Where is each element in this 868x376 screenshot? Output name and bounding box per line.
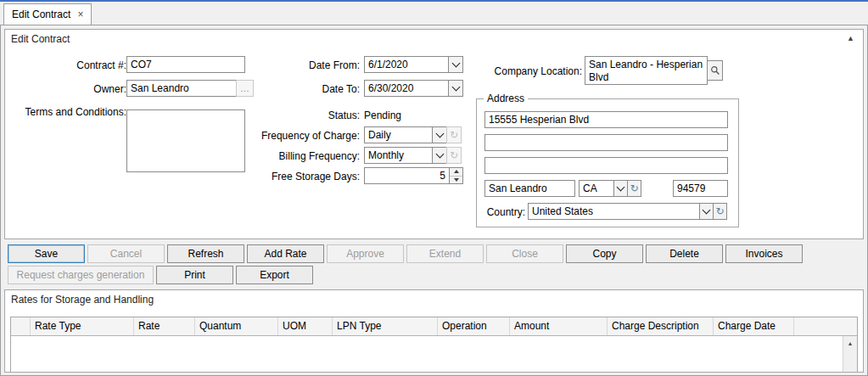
terms-textarea[interactable] [126,109,245,172]
chevron-down-icon [703,206,711,215]
address-group-title: Address [484,93,528,104]
address-line3-input[interactable] [484,157,728,174]
zip-input[interactable] [673,180,728,197]
column-header-charge-description[interactable]: Charge Description [608,317,714,335]
column-header-uom[interactable]: UOM [278,317,333,335]
print-button[interactable]: Print [156,266,233,284]
column-header-operation[interactable]: Operation [438,317,510,335]
owner-browse-button[interactable]: … [236,80,254,97]
address-line2-input[interactable] [484,134,728,151]
contract-number-label: Contract #: [14,59,126,71]
company-location-input[interactable]: San Leandro - Hesperian Blvd [585,56,708,85]
billing-dropdown-button[interactable] [432,147,447,164]
edit-contract-panel-header: Edit Contract [5,30,863,48]
magnifier-icon [710,65,720,76]
owner-label: Owner: [14,83,126,95]
refresh-icon: ↻ [450,130,458,140]
save-button[interactable]: Save [8,244,85,263]
terms-label: Terms and Conditions: [14,106,126,118]
date-to-dropdown-button[interactable] [448,80,463,97]
extend-button[interactable]: Extend [406,244,484,263]
country-dropdown-button[interactable] [699,203,714,220]
invoices-button[interactable]: Invoices [725,244,803,263]
status-label: Status: [272,109,360,121]
free-storage-days-label: Free Storage Days: [247,171,360,182]
refresh-icon: ↻ [450,150,458,160]
rates-grid-body: ▲ [11,336,857,372]
date-to-input[interactable] [364,80,449,97]
spinner-down-icon[interactable] [450,177,462,184]
tab-close-icon[interactable]: × [77,9,83,20]
row-indicator-header [11,317,31,335]
state-dropdown-button[interactable] [613,180,628,197]
tab-edit-contract[interactable]: Edit Contract × [3,3,92,25]
column-header-quantum[interactable]: Quantum [195,317,278,335]
approve-button[interactable]: Approve [327,244,404,263]
rates-panel-header: Rates for Storage and Handling [5,290,863,309]
refresh-button[interactable]: Refresh [167,244,244,263]
free-storage-days-spinner[interactable] [449,167,463,184]
country-refresh-button[interactable]: ↻ [713,203,727,220]
delete-button[interactable]: Delete [646,244,723,263]
address-line1-input[interactable] [484,111,728,128]
rates-grid: Rate Type Rate Quantum UOM LPN Type Oper… [10,317,858,373]
request-charges-generation-button[interactable]: Request charges generation [8,266,154,284]
column-header-amount[interactable]: Amount [510,317,608,335]
frequency-of-charge-select[interactable] [364,126,433,143]
tab-label: Edit Contract [12,8,70,20]
tab-page: Edit Contract ▲ Contract #: Date From: C… [0,25,868,376]
scroll-up-icon[interactable]: ▲ [843,336,857,350]
frequency-of-charge-label: Frequency of Charge: [247,130,360,142]
date-from-input[interactable] [364,56,449,73]
date-from-dropdown-button[interactable] [448,56,463,73]
country-select[interactable] [528,203,700,220]
chevron-down-icon [435,150,444,159]
copy-button[interactable]: Copy [566,244,643,263]
add-rate-button[interactable]: Add Rate [247,244,324,263]
column-header-rate[interactable]: Rate [134,317,195,335]
chevron-down-icon [451,59,460,68]
column-header-rate-type[interactable]: Rate Type [31,317,134,335]
column-header-filler [794,317,857,335]
refresh-icon: ↻ [715,206,724,216]
column-header-charge-date[interactable]: Charge Date [714,317,794,335]
ellipsis-icon: … [240,84,249,93]
column-header-lpn-type[interactable]: LPN Type [333,317,438,335]
state-select[interactable] [579,180,614,197]
date-to-label: Date To: [272,83,360,95]
rates-grid-header: Rate Type Rate Quantum UOM LPN Type Oper… [11,317,857,336]
address-group: Address ↻ Country: ↻ [476,98,739,227]
cancel-button[interactable]: Cancel [87,244,165,263]
country-label: Country: [481,206,525,218]
company-location-label: Company Location: [487,65,582,77]
frequency-refresh-button[interactable]: ↻ [446,126,462,143]
frequency-dropdown-button[interactable] [432,126,447,143]
date-from-label: Date From: [272,59,360,71]
status-value: Pending [364,109,449,121]
edit-contract-window: Edit Contract × Edit Contract ▲ Contract… [0,0,868,376]
close-button[interactable]: Close [486,244,563,263]
contract-number-input[interactable] [126,56,245,73]
tab-bar: Edit Contract × [0,2,868,25]
chevron-down-icon [617,183,625,192]
refresh-icon: ↻ [630,183,638,194]
rates-panel-title: Rates for Storage and Handling [11,294,154,306]
panel-title: Edit Contract [11,33,70,45]
owner-input[interactable] [126,80,237,97]
billing-frequency-label: Billing Frequency: [247,150,360,162]
state-refresh-button[interactable]: ↻ [627,180,641,197]
chevron-down-icon [451,83,460,92]
company-location-search-button[interactable] [707,60,723,81]
export-button[interactable]: Export [236,266,313,284]
free-storage-days-input[interactable] [364,167,450,184]
billing-refresh-button[interactable]: ↻ [446,147,462,164]
rates-panel: Rates for Storage and Handling Rate Type… [4,289,864,373]
chevron-down-icon [435,130,444,138]
spinner-up-icon[interactable] [450,168,462,177]
edit-contract-panel: Edit Contract ▲ Contract #: Date From: C… [4,29,864,239]
grid-vertical-scrollbar[interactable]: ▲ [843,336,857,372]
billing-frequency-select[interactable] [364,147,433,164]
collapse-icon[interactable]: ▲ [847,34,854,42]
city-input[interactable] [484,180,575,197]
